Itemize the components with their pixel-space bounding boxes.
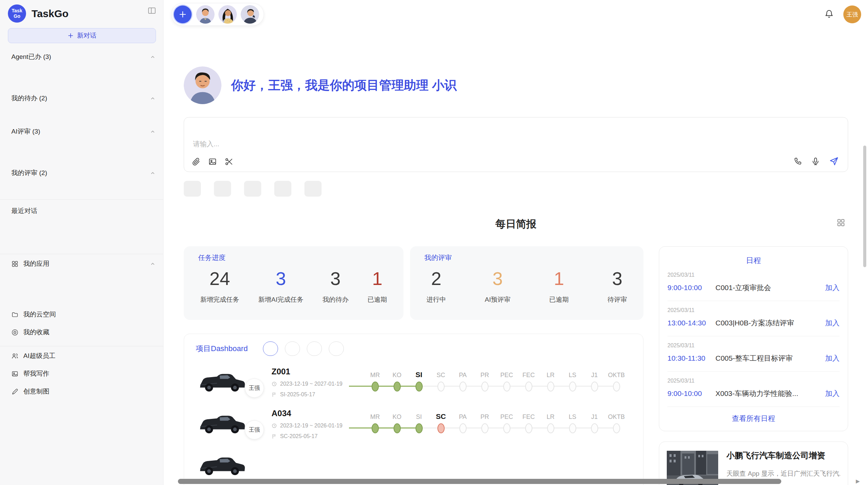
scrollbar-right-arrow[interactable]: ▶	[856, 478, 860, 484]
milestone-connector	[349, 427, 375, 428]
news-card[interactable]: 小鹏飞行汽车制造公司增资 天眼查 App 显示，近日广州汇天飞行汽...	[659, 442, 848, 485]
flag-icon	[272, 392, 277, 397]
milestone-label: LS	[569, 370, 576, 379]
project-code: A034	[272, 409, 364, 418]
sidebar-section-header[interactable]: 我的待办 (2)	[11, 94, 156, 103]
sidebar-item[interactable]	[11, 216, 156, 224]
milestone-label: J1	[591, 411, 598, 421]
sidebar-item[interactable]	[11, 297, 156, 306]
suggestion-chip[interactable]	[214, 181, 231, 197]
sidebar-item[interactable]	[11, 241, 156, 249]
sidebar-item[interactable]	[11, 289, 156, 297]
dashboard-tab[interactable]	[285, 341, 300, 356]
sidebar-link-label: 我的云空间	[23, 310, 56, 319]
add-agent-button[interactable]	[174, 5, 192, 23]
sidebar-item[interactable]	[11, 233, 156, 241]
sidebar-item[interactable]	[11, 273, 156, 281]
voice-button[interactable]	[811, 157, 820, 166]
sidebar-collapse-button[interactable]	[147, 6, 156, 16]
project-milestone-flag: SI-2025-05-17	[272, 391, 364, 398]
event-join-button[interactable]: 加入	[825, 318, 840, 328]
chevron-up-icon[interactable]	[150, 54, 156, 60]
sidebar-item[interactable]	[11, 224, 156, 233]
sidebar-item[interactable]	[11, 186, 156, 195]
agent-avatar-3[interactable]	[241, 5, 259, 24]
send-button[interactable]	[829, 156, 839, 166]
sidebar-item-writing-helper[interactable]: 帮我写作	[11, 365, 156, 383]
dashboard-tab[interactable]	[263, 341, 278, 356]
agent-avatar-2[interactable]	[218, 5, 237, 24]
chevron-up-icon[interactable]	[150, 96, 156, 101]
suggestion-chip[interactable]	[184, 181, 201, 197]
schedule-card: 日程 2025/03/11 9:00-10:00 C001-立项审批会 加入 2…	[659, 246, 848, 431]
sidebar-item-cloud-space[interactable]: 我的云空间	[11, 306, 156, 323]
milestone-node	[547, 423, 554, 433]
photo-icon	[11, 370, 19, 377]
dashboard-tab[interactable]	[329, 341, 344, 356]
stat-card-title: 我的评审	[424, 253, 629, 262]
horizontal-scrollbar[interactable]	[178, 479, 781, 484]
notifications-button[interactable]	[824, 9, 834, 20]
sidebar-item[interactable]	[11, 78, 156, 87]
view-all-schedule-link[interactable]: 查看所有日程	[667, 407, 840, 426]
milestone-lr: LR	[540, 411, 562, 433]
milestone-node	[437, 382, 445, 391]
sidebar-header: Task Go TaskGo	[0, 0, 163, 25]
project-row[interactable]: 王强 A034 2023-12-19 ~ 2026-01-19 SC-2025-…	[196, 408, 631, 439]
sidebar-section-header[interactable]: Agent已办 (3)	[11, 52, 156, 61]
call-button[interactable]	[793, 157, 802, 166]
stat: 24 新增完成任务	[200, 268, 239, 304]
sidebar-item[interactable]	[11, 137, 156, 145]
project-row[interactable]: 王强 Z001 2023-12-19 ~ 2027-01-19 SI-2025-…	[196, 366, 631, 398]
user-avatar[interactable]: 王强	[843, 5, 861, 23]
milestone-label: PR	[480, 370, 489, 379]
stat-value: 3	[258, 268, 303, 289]
milestone-node	[613, 382, 620, 391]
milestone-lr: LR	[540, 370, 562, 391]
event-date: 2025/03/11	[667, 343, 840, 349]
dashboard-tab[interactable]	[307, 341, 322, 356]
chevron-up-icon[interactable]	[150, 170, 156, 176]
sidebar-item[interactable]	[11, 178, 156, 186]
sidebar-link-label: AI超级员工	[23, 351, 56, 360]
chat-input[interactable]: 请输入...	[184, 117, 848, 172]
milestone-label: PR	[480, 411, 489, 421]
vertical-scrollbar[interactable]	[863, 146, 866, 267]
sidebar-item[interactable]	[11, 103, 156, 112]
new-chat-button[interactable]: 新对话	[8, 28, 156, 43]
sidebar-item[interactable]	[11, 281, 156, 289]
image-upload-button[interactable]	[208, 157, 217, 166]
event-join-button[interactable]: 加入	[825, 353, 840, 363]
sidebar-item[interactable]	[11, 62, 156, 70]
suggestion-chip[interactable]	[304, 181, 322, 197]
chevron-up-icon[interactable]	[150, 261, 156, 267]
sidebar-item-ai-super-staff[interactable]: AI超级员工	[11, 347, 156, 365]
stats-row: 任务进度 24 新增完成任务 3 新增AI完成任务 3 我的待办 1 已逾期 我…	[184, 246, 643, 320]
sidebar-item-favorites[interactable]: 我的收藏	[11, 323, 156, 341]
milestone-label: OKTB	[608, 370, 625, 379]
briefing-layout-button[interactable]	[834, 218, 847, 228]
sidebar-section-header[interactable]: 我的评审 (2)	[11, 169, 156, 177]
sidebar-item[interactable]	[11, 153, 156, 161]
chevron-up-icon[interactable]	[150, 129, 156, 135]
input-actions-left	[192, 157, 233, 166]
sidebar-item[interactable]	[11, 112, 156, 120]
dashboard-tabs	[263, 341, 344, 356]
plus-icon	[179, 10, 187, 18]
sidebar-item[interactable]	[11, 145, 156, 153]
attach-button[interactable]	[192, 157, 201, 166]
event-join-button[interactable]: 加入	[825, 283, 840, 293]
stat-card: 我的评审 2 进行中 3 AI预评审 1 已逾期 3 待评审	[410, 246, 643, 320]
event-join-button[interactable]: 加入	[825, 389, 840, 398]
sidebar-item-my-apps[interactable]: 我的应用	[11, 255, 156, 273]
stat: 3 待评审	[607, 268, 627, 304]
sidebar-item-creative-drawing[interactable]: 创意制图	[11, 383, 156, 400]
milestone-ko: KO	[386, 370, 408, 391]
sidebar-section-header[interactable]: AI评审 (3)	[11, 127, 156, 136]
milestone-timeline: MR KO SI SC PA PR PEC FEC LR LS	[364, 411, 631, 433]
agent-avatar-1[interactable]	[196, 5, 215, 24]
sidebar-item[interactable]	[11, 70, 156, 78]
screenshot-button[interactable]	[225, 157, 233, 166]
suggestion-chip[interactable]	[244, 181, 261, 197]
suggestion-chip[interactable]	[274, 181, 291, 197]
